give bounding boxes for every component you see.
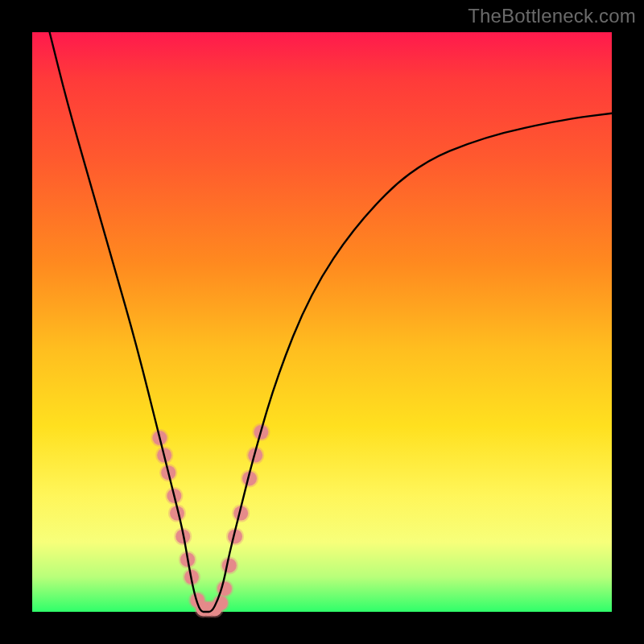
chart-frame: TheBottleneck.com [0, 0, 644, 644]
bottleneck-curve [50, 32, 612, 612]
marker-dot [222, 558, 237, 572]
marker-layer [151, 423, 270, 618]
watermark-text: TheBottleneck.com [468, 5, 636, 27]
chart-svg [32, 32, 612, 612]
plot-area [32, 32, 612, 612]
